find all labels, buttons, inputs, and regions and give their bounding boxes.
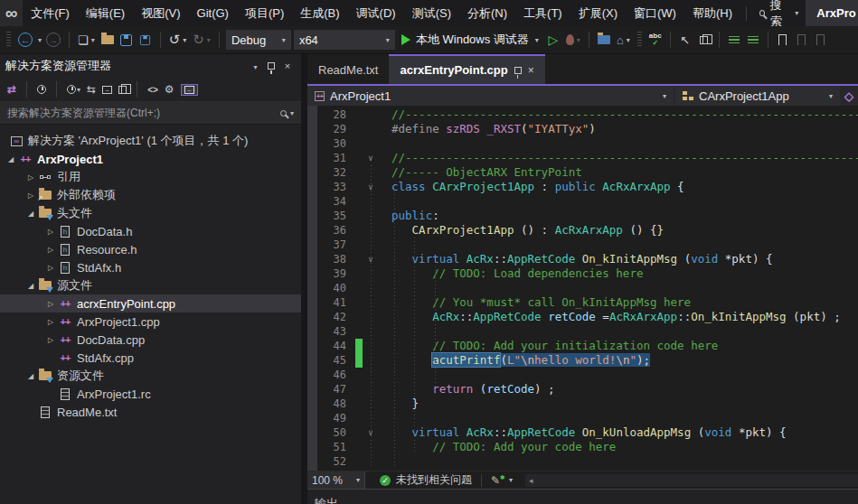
health-check-icon[interactable]: ✓ xyxy=(380,475,391,486)
find-in-files-button[interactable] xyxy=(596,29,612,51)
tree-item[interactable]: ◢++ArxProject1 xyxy=(0,150,301,168)
panel-menu-button[interactable]: ▾ xyxy=(247,61,263,71)
solution-configuration-dropdown[interactable]: Debug▾ xyxy=(226,30,291,50)
duplicate-lines-button[interactable] xyxy=(696,29,712,51)
code-line[interactable]: 49 xyxy=(307,411,858,425)
code-line[interactable]: 33∨class CArxProject1App : public AcRxAr… xyxy=(307,180,858,194)
previous-bookmark-button[interactable] xyxy=(794,29,810,51)
hot-reload-button[interactable]: ▾ xyxy=(564,29,582,51)
code-line[interactable]: 40 xyxy=(307,281,858,295)
expanded-arrow-icon[interactable]: ◢ xyxy=(24,210,38,218)
code-line[interactable]: 51 // TODO: Add your code here xyxy=(307,440,858,454)
code-line[interactable]: 30 xyxy=(307,136,858,151)
code-line[interactable]: 41 // You *must* call On_kInitAppMsg her… xyxy=(307,295,858,310)
tree-item[interactable]: ∞解决方案 'ArxProject1' (1 个项目，共 1 个) xyxy=(0,132,301,150)
code-line[interactable]: 31∨//-----------------------------------… xyxy=(307,151,858,165)
start-without-debugging-button[interactable]: ▷ xyxy=(545,29,561,51)
tab-acrxEntryPoint.cpp[interactable]: acrxEntryPoint.cpp× xyxy=(389,54,544,84)
code-line[interactable]: 35public: xyxy=(307,209,858,223)
menu-item[interactable]: 视图(V) xyxy=(133,0,188,26)
collapsed-arrow-icon[interactable]: ▷ xyxy=(24,173,38,182)
redo-button[interactable]: ↻▾ xyxy=(191,29,212,51)
project-dropdown[interactable]: ++ ArxProject1 ▾ xyxy=(307,86,674,106)
undo-button[interactable]: ↺▾ xyxy=(167,29,189,51)
expanded-arrow-icon[interactable]: ◢ xyxy=(4,155,18,163)
properties-button[interactable]: ⚙ xyxy=(165,83,174,96)
tree-item[interactable]: ▷引用 xyxy=(0,168,301,186)
tree-item[interactable]: ReadMe.txt xyxy=(0,403,301,421)
menu-item[interactable]: Git(G) xyxy=(189,0,237,26)
menu-item[interactable]: 调试(D) xyxy=(348,0,404,26)
menu-item[interactable]: 帮助(H) xyxy=(684,0,740,26)
collapsed-arrow-icon[interactable]: ▷ xyxy=(43,264,58,272)
code-line[interactable]: 28//------------------------------------… xyxy=(307,107,858,122)
panel-pin-button[interactable] xyxy=(263,61,279,71)
tree-item[interactable]: ▷hDocData.h xyxy=(0,222,301,240)
code-line[interactable]: 34 xyxy=(307,194,858,209)
back-dropdown-icon[interactable]: ▾ xyxy=(38,36,42,44)
menu-item[interactable]: 文件(F) xyxy=(23,0,78,26)
search-menu-button[interactable]: 搜索 ▾ xyxy=(752,0,806,30)
code-line[interactable]: 38∨ virtual AcRx::AppRetCode On_kInitApp… xyxy=(307,252,858,266)
menu-item[interactable]: 扩展(X) xyxy=(570,0,626,26)
code-line[interactable]: 36 CArxProject1App () : AcRxArxApp () {} xyxy=(307,223,858,238)
show-all-files-button[interactable] xyxy=(118,86,127,94)
menu-item[interactable]: 窗口(W) xyxy=(626,0,684,26)
chevron-down-icon[interactable]: ▾ xyxy=(509,476,513,484)
collapsed-arrow-icon[interactable]: ▷ xyxy=(43,318,58,326)
menu-item[interactable]: 编辑(E) xyxy=(78,0,133,26)
save-button[interactable] xyxy=(118,29,135,51)
menu-item[interactable]: 项目(P) xyxy=(237,0,292,26)
tree-item[interactable]: ◢源文件 xyxy=(0,276,301,294)
tree-item[interactable]: ▷hStdAfx.h xyxy=(0,258,301,276)
tab-ReadMe.txt[interactable]: ReadMe.txt xyxy=(307,54,389,84)
code-line[interactable]: 47 return (retCode) ; xyxy=(307,382,858,397)
code-line[interactable]: 37 xyxy=(307,238,858,252)
menu-item[interactable]: 生成(B) xyxy=(292,0,347,26)
add-item-button[interactable]: ⌂▾ xyxy=(615,29,632,51)
tree-item[interactable]: ArxProject1.rc xyxy=(0,385,301,403)
tree-item[interactable]: ▷↗外部依赖项 xyxy=(0,186,301,204)
start-debugging-button[interactable]: 本地 Windows 调试器 ▾ xyxy=(398,32,542,48)
collapsed-arrow-icon[interactable]: ▷ xyxy=(24,191,38,200)
home-view-button[interactable] xyxy=(37,85,46,94)
expanded-arrow-icon[interactable]: ◢ xyxy=(24,372,38,380)
collapsed-arrow-icon[interactable]: ▷ xyxy=(43,246,58,254)
spell-check-button[interactable]: abc✓ xyxy=(647,29,664,51)
tree-item[interactable]: ▷hResource.h xyxy=(0,240,301,258)
tree-item[interactable]: ++StdAfx.cpp xyxy=(0,349,301,367)
horizontal-scrollbar[interactable]: ◂ xyxy=(525,474,858,487)
switch-views-button[interactable]: ⇄ xyxy=(7,83,16,96)
toolbar-grip[interactable] xyxy=(637,32,642,48)
navigate-forward-button[interactable]: → xyxy=(44,29,62,51)
solution-explorer-search[interactable]: 搜索解决方案资源管理器(Ctrl+;) ▾ xyxy=(0,102,301,125)
code-line[interactable]: 50∨ virtual AcRx::AppRetCode On_kUnloadA… xyxy=(307,425,858,440)
increase-indent-button[interactable] xyxy=(745,29,761,51)
collapsed-arrow-icon[interactable]: ▷ xyxy=(43,336,58,344)
code-line[interactable]: 43 xyxy=(307,324,858,339)
scroll-left-icon[interactable]: ◂ xyxy=(525,476,537,485)
open-file-button[interactable] xyxy=(99,29,116,51)
tree-item[interactable]: ▷++acrxEntryPoint.cpp xyxy=(0,294,301,313)
close-icon[interactable]: × xyxy=(528,64,534,77)
tree-item[interactable]: ◢资源文件 xyxy=(0,367,301,385)
solution-name-badge[interactable]: ArxPro xyxy=(806,0,858,26)
member-dropdown[interactable]: ◇ xyxy=(840,86,858,106)
panel-close-button[interactable]: × xyxy=(279,61,296,71)
indicator-margin[interactable] xyxy=(307,106,317,471)
new-project-button[interactable]: ❏▾ xyxy=(76,29,97,51)
fold-chevron-icon[interactable]: ∨ xyxy=(363,151,379,165)
panel-splitter[interactable] xyxy=(301,54,307,504)
code-line[interactable]: 42 AcRx::AppRetCode retCode =AcRxArxApp:… xyxy=(307,310,858,324)
class-dropdown[interactable]: CArxProject1App ▾ xyxy=(675,86,840,106)
expanded-arrow-icon[interactable]: ◢ xyxy=(24,282,38,290)
code-line[interactable]: 32//----- ObjectARX EntryPoint xyxy=(307,165,858,180)
decrease-indent-button[interactable] xyxy=(726,29,742,51)
sync-with-active-document-button[interactable]: ⇆ xyxy=(87,83,96,96)
save-all-button[interactable] xyxy=(137,29,154,51)
solution-platform-dropdown[interactable]: x64▾ xyxy=(294,30,395,50)
code-line[interactable]: 48 } xyxy=(307,397,858,411)
zoom-dropdown[interactable]: 100 % ▾ xyxy=(307,471,365,490)
code-line[interactable]: 44 // TODO: Add your initialization code… xyxy=(307,339,858,353)
pending-changes-filter-button[interactable]: ▾ xyxy=(67,85,80,94)
